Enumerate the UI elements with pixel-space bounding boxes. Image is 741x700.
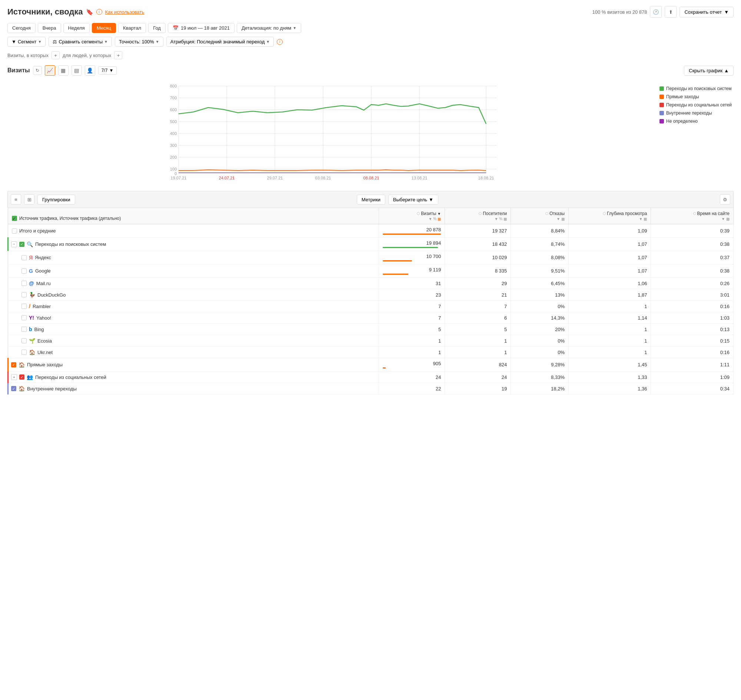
bounces-ukrnet: 0%	[511, 347, 569, 358]
legend-item-search[interactable]: Переходы из поисковых систем	[659, 86, 734, 91]
checkbox-ukrnet[interactable]	[22, 350, 27, 355]
chart-refresh-icon[interactable]: ↻	[33, 66, 42, 75]
chart-type-area-button[interactable]: ▦	[58, 65, 69, 76]
checkbox-mailru[interactable]	[22, 281, 27, 286]
tab-today[interactable]: Сегодня	[7, 23, 35, 33]
checkbox-duckduckgo[interactable]	[22, 292, 27, 297]
filter-icon2[interactable]: ▼	[494, 217, 498, 221]
chart-type-bar-button[interactable]: ▤	[72, 65, 82, 76]
bar-icon4[interactable]: ▦	[644, 217, 647, 221]
goals-button[interactable]: Выберите цель ▼	[388, 195, 438, 204]
chart-type-pie-button[interactable]: 👤	[85, 65, 95, 76]
chart-area: 800 700 600 500 400 300 200 100 0	[7, 79, 654, 184]
ukrnet-icon: 🏠	[29, 349, 35, 355]
table-row-ukrnet: 🏠 Ukr.net 1 1 0% 1 0:16	[8, 347, 734, 358]
depth-rambler: 1	[568, 301, 651, 312]
legend-item-undefined[interactable]: Не определено	[659, 119, 734, 124]
date-range-button[interactable]: 📅 19 июл — 18 авг 2021	[168, 23, 235, 33]
hide-chart-button[interactable]: Скрыть график ▲	[684, 66, 734, 76]
view-list-button[interactable]: ≡	[11, 194, 21, 204]
add-people-condition-button[interactable]: +	[114, 51, 122, 59]
checkbox-total[interactable]	[12, 228, 17, 234]
segment-filter-button[interactable]: ▼ Сегмент ▼	[7, 37, 45, 47]
groupings-button[interactable]: Группировки	[37, 195, 75, 204]
time-ukrnet: 0:16	[651, 347, 734, 358]
depth-total: 1,09	[568, 224, 651, 238]
checkbox-bing[interactable]	[22, 326, 27, 332]
time-internal: 0:34	[651, 383, 734, 394]
filter-icon5[interactable]: ▼	[721, 217, 725, 221]
direct-icon: 🏠	[19, 362, 25, 368]
chevron-down-icon: ▼	[109, 68, 113, 73]
svg-text:600: 600	[170, 107, 177, 112]
tab-yesterday[interactable]: Вчера	[38, 23, 61, 33]
checkbox-direct[interactable]: ✓	[11, 362, 16, 368]
checkbox-internal[interactable]: ✓	[11, 386, 16, 391]
history-button[interactable]: 🕐	[650, 6, 662, 18]
table-settings-button[interactable]: ⚙	[720, 194, 730, 204]
table-row-internal: ✓ 🏠 Внутренние переходы 22 19 18,2% 1,36…	[8, 383, 734, 394]
source-cell-social: + ✓ 👥 Переходы из социальных сетей	[8, 372, 379, 383]
tab-month[interactable]: Месяц	[92, 23, 116, 33]
sort-arrow[interactable]: ▼	[437, 212, 441, 216]
detail-button[interactable]: Детализация: по дням ▼	[237, 23, 301, 33]
expand-social-button[interactable]: +	[11, 374, 17, 380]
legend-item-internal[interactable]: Внутренние переходы	[659, 110, 734, 116]
accuracy-button[interactable]: Точность: 100% ▼	[115, 37, 163, 47]
export-button[interactable]: ⬆	[665, 6, 676, 18]
time-search: 0:38	[651, 238, 734, 251]
header-checkbox[interactable]: ✓	[12, 216, 17, 221]
checkbox-ecosia[interactable]	[22, 338, 27, 343]
depth-bing: 1	[568, 324, 651, 335]
checkbox-google[interactable]	[22, 268, 27, 274]
compare-segments-button[interactable]: ⚖ Сравнить сегменты ▼	[48, 37, 112, 47]
checkbox-social[interactable]: ✓	[19, 375, 25, 379]
mailru-icon: @	[29, 280, 34, 286]
tab-quarter[interactable]: Квартал	[118, 23, 146, 33]
help-link[interactable]: Как использовать	[105, 9, 144, 15]
tab-week[interactable]: Неделя	[63, 23, 90, 33]
depth-yandex: 1,07	[568, 251, 651, 264]
bar-icon3[interactable]: ▦	[561, 217, 565, 221]
attribution-button[interactable]: Атрибуция: Последний значимый переход ▼	[166, 37, 274, 47]
checkbox-yandex[interactable]	[22, 255, 27, 260]
collapse-search-button[interactable]: −	[11, 241, 17, 247]
time-mailru: 0:26	[651, 278, 734, 289]
filter-icon3[interactable]: ▼	[556, 217, 560, 221]
google-icon: G	[29, 268, 33, 274]
visitors-rambler: 7	[445, 301, 511, 312]
source-cell-total: Итого и средние	[8, 224, 379, 238]
bar-direct	[383, 368, 386, 369]
save-report-button[interactable]: Сохранить отчет ▼	[679, 7, 734, 18]
info-icon[interactable]: i	[96, 9, 102, 15]
source-cell-ukrnet: 🏠 Ukr.net	[8, 347, 379, 358]
add-visit-condition-button[interactable]: +	[51, 51, 60, 59]
legend-item-direct[interactable]: Прямые заходы	[659, 94, 734, 99]
depth-mailru: 1,06	[568, 278, 651, 289]
checkbox-yahoo[interactable]	[22, 315, 27, 321]
percent-icon2[interactable]: %	[499, 217, 502, 221]
table-row-direct: ✓ 🏠 Прямые заходы 905 824 9,28% 1,45 1:1…	[8, 358, 734, 372]
rambler-icon: /	[29, 303, 30, 309]
bookmark-icon[interactable]: 🔖	[86, 9, 93, 16]
tab-year[interactable]: Год	[148, 23, 166, 33]
svg-text:19.07.21: 19.07.21	[171, 176, 187, 180]
bar-chart-icon[interactable]: ▦	[437, 217, 441, 221]
legend-item-social[interactable]: Переходы из социальных сетей	[659, 102, 734, 107]
metrics-button[interactable]: Метрики	[357, 195, 385, 204]
visits-bing: 5	[379, 324, 445, 335]
filter-icon[interactable]: ▼	[428, 217, 432, 221]
bar-icon5[interactable]: ▦	[726, 217, 729, 221]
checkbox-search[interactable]: ✓	[19, 242, 25, 247]
visits-info-icon	[417, 212, 420, 215]
chart-type-line-button[interactable]: 📈	[45, 65, 55, 76]
bar-icon2[interactable]: ▦	[503, 217, 507, 221]
filter-icon4[interactable]: ▼	[639, 217, 643, 221]
bounces-bing: 20%	[511, 324, 569, 335]
percent-icon[interactable]: %	[433, 217, 436, 221]
attribution-info-icon[interactable]: i	[277, 39, 283, 45]
checkbox-rambler[interactable]	[22, 304, 27, 309]
view-grid-button[interactable]: ⊞	[24, 194, 34, 204]
legend-color-undefined	[659, 119, 664, 124]
metrics-count-button[interactable]: 7/7 ▼	[98, 66, 117, 75]
